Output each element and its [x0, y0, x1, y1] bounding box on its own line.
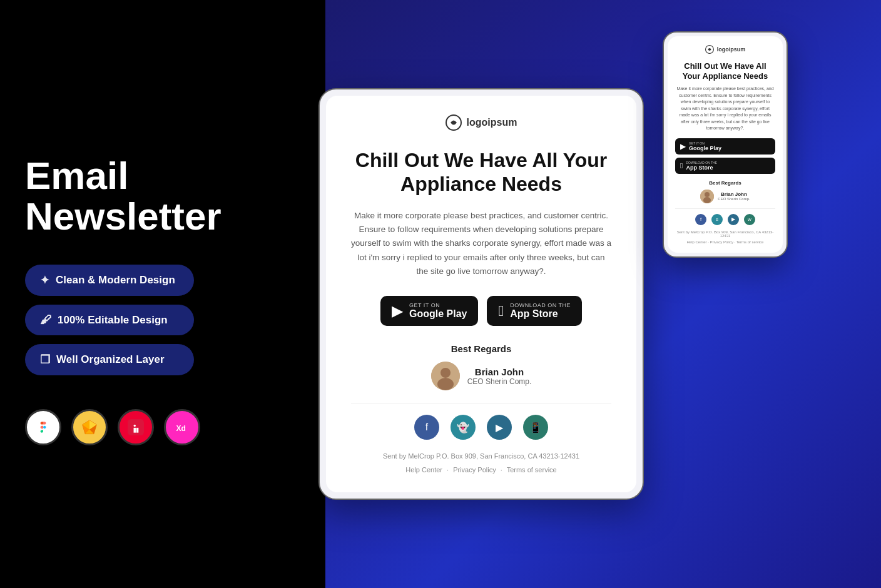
- store-buttons: ▶ GET IT ON Google Play  Download on th…: [351, 296, 611, 326]
- layer-icon: ❐: [40, 353, 50, 367]
- phone-store-buttons: ▶ GET IT ON Google Play  Download on th…: [675, 138, 775, 174]
- phone-mockup: logoipsum Chill Out We Have All Your App…: [663, 31, 788, 258]
- phone-divider: [675, 208, 775, 209]
- clean-design-icon: ✦: [40, 273, 49, 287]
- app-store-button[interactable]:  Download on the App Store: [487, 296, 582, 326]
- phone-footer-links: Help Center · Privacy Policy · Terms of …: [675, 240, 775, 244]
- google-play-label-big: Google Play: [409, 308, 467, 320]
- clean-design-button[interactable]: ✦ Clean & Modern Design: [25, 265, 194, 296]
- whatsapp-icon[interactable]: 📱: [523, 415, 548, 440]
- phone-regards-label: Best Regards: [675, 180, 775, 186]
- svg-rect-7: [134, 425, 136, 427]
- logo-icon: [446, 114, 462, 131]
- phone-author-avatar: [700, 190, 714, 203]
- layer-button[interactable]: ❐ Well Organized Layer: [25, 344, 194, 375]
- phone-email-content: logoipsum Chill Out We Have All Your App…: [668, 36, 783, 253]
- logo-text: logoipsum: [467, 117, 517, 128]
- snapchat-icon[interactable]: 👻: [451, 415, 476, 440]
- phone-footer-address: Sent by MelCrop P.O. Box 909, San Franci…: [675, 230, 775, 238]
- phone-whatsapp-icon[interactable]: w: [744, 214, 755, 225]
- author-row: Brian John CEO Sherin Comp.: [351, 362, 611, 390]
- phone-social-icons: f s ▶ w: [675, 214, 775, 225]
- main-title: Email Newsletter: [25, 155, 213, 236]
- phone-snapchat-icon[interactable]: s: [711, 214, 723, 225]
- social-icons: f 👻 ▶ 📱: [351, 415, 611, 440]
- phone-apple-icon: : [680, 161, 683, 170]
- phone-heading: Chill Out We Have All Your Appliance Nee…: [675, 61, 775, 81]
- email-content: logoipsum Chill Out We Have All Your App…: [326, 96, 636, 492]
- svg-point-19: [703, 197, 711, 203]
- logo-area: logoipsum: [351, 114, 611, 131]
- phone-google-play-button[interactable]: ▶ GET IT ON Google Play: [675, 138, 775, 155]
- svg-rect-6: [128, 419, 144, 435]
- editable-design-icon: 🖌: [40, 313, 51, 327]
- right-section: logoipsum Chill Out We Have All Your App…: [232, 0, 881, 588]
- phone-body: Make it more corporate please best pract…: [675, 86, 775, 132]
- privacy-policy-link[interactable]: Privacy Policy: [453, 466, 496, 474]
- phone-author-title: CEO Sherin Comp.: [718, 197, 750, 201]
- xd-icon: Xd: [164, 409, 200, 445]
- tool-icons-row: Xd: [25, 409, 213, 445]
- tablet-mockup: logoipsum Chill Out We Have All Your App…: [318, 88, 644, 500]
- phone-app-store-label-small: Download on the: [686, 161, 717, 165]
- sketch-icon: [71, 409, 108, 445]
- author-name: Brian John: [467, 367, 532, 377]
- phone-logo-icon: [705, 45, 714, 54]
- phone-author-row: Brian John CEO Sherin Comp.: [675, 190, 775, 203]
- phone-google-label-small: GET IT ON: [689, 141, 721, 145]
- regards-section: Best Regards Brian John CEO Sherin Comp.: [351, 343, 611, 390]
- footer-links: Help Center · Privacy Policy · Terms of …: [351, 466, 611, 474]
- phone-youtube-icon[interactable]: ▶: [728, 214, 739, 225]
- svg-text:Xd: Xd: [176, 424, 186, 433]
- svg-rect-8: [134, 428, 136, 433]
- phone-facebook-icon[interactable]: f: [695, 214, 706, 225]
- author-info: Brian John CEO Sherin Comp.: [467, 367, 532, 386]
- figma-icon: [25, 409, 61, 445]
- author-title: CEO Sherin Comp.: [467, 377, 532, 386]
- help-center-link[interactable]: Help Center: [405, 466, 442, 474]
- email-heading: Chill Out We Have All Your Appliance Nee…: [351, 148, 611, 196]
- editable-design-button[interactable]: 🖌 100% Editable Design: [25, 305, 194, 335]
- phone-regards: Best Regards Brian John CEO Sherin Comp.: [675, 180, 775, 203]
- phone-author-info: Brian John CEO Sherin Comp.: [718, 191, 750, 201]
- invision-icon: [118, 409, 154, 445]
- google-play-label-small: GET IT ON: [409, 302, 467, 308]
- phone-author-name: Brian John: [718, 191, 750, 197]
- youtube-icon[interactable]: ▶: [487, 415, 512, 440]
- svg-point-15: [437, 378, 454, 390]
- phone-app-store-label-big: App Store: [686, 165, 717, 171]
- email-body: Make it more corporate please best pract…: [351, 209, 611, 278]
- svg-rect-9: [136, 428, 138, 433]
- left-panel: Email Newsletter ✦ Clean & Modern Design…: [0, 0, 232, 588]
- svg-point-18: [705, 192, 710, 197]
- terms-link[interactable]: Terms of service: [507, 466, 557, 474]
- app-store-label-big: App Store: [510, 308, 571, 320]
- footer-address: Sent by MelCrop P.O. Box 909, San Franci…: [351, 452, 611, 460]
- facebook-icon[interactable]: f: [414, 415, 439, 440]
- google-play-icon: ▶: [392, 302, 403, 320]
- svg-point-14: [440, 368, 451, 378]
- divider: [351, 403, 611, 403]
- apple-icon: : [498, 302, 504, 320]
- author-avatar: [431, 362, 460, 390]
- regards-label: Best Regards: [351, 343, 611, 354]
- google-play-button[interactable]: ▶ GET IT ON Google Play: [380, 296, 478, 326]
- phone-google-label-big: Google Play: [689, 145, 721, 151]
- phone-google-play-icon: ▶: [680, 142, 686, 151]
- phone-logo-text: logoipsum: [717, 46, 746, 53]
- phone-logo-area: logoipsum: [675, 45, 775, 54]
- phone-app-store-button[interactable]:  Download on the App Store: [675, 158, 775, 174]
- app-store-label-small: Download on the: [510, 302, 571, 308]
